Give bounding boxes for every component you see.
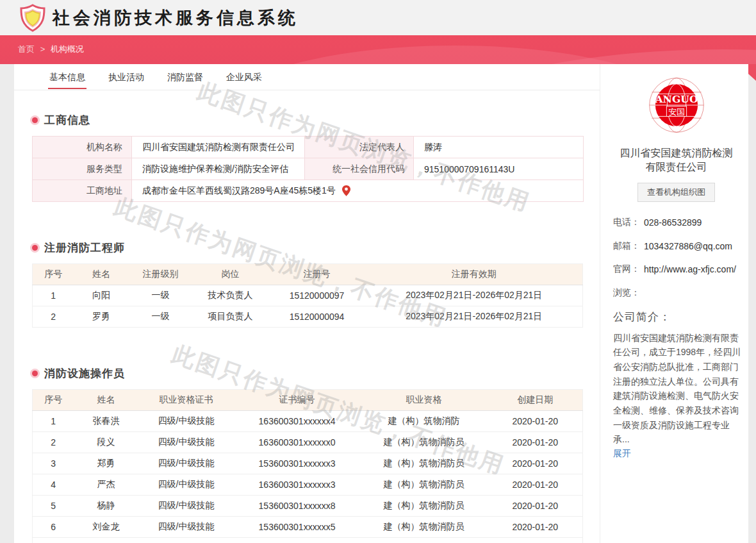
column-header: 注册号 [268,264,366,285]
section-bullet-icon [32,371,38,376]
table-cell: 建（构）筑物消防员 [360,453,488,474]
contact-label: 电话： [613,216,644,231]
table-cell: 张春洪 [74,411,138,432]
table-row: 5杨静四级/中级技能153600301xxxxxx8建（构）筑物消防员2020-… [33,496,583,517]
contact-value: http://www.ag-xfjc.com/ [644,261,739,278]
table-cell: 一级 [129,306,193,328]
contact-website: 官网： http://www.ag-xfjc.com/ [613,263,739,278]
breadcrumb-separator: > [40,44,45,54]
field-value: 成都市金牛区羊西线蜀汉路289号A座45栋5楼1号 [132,180,584,202]
tab-basic-info[interactable]: 基本信息 [48,65,86,89]
tab-practice-activity[interactable]: 执业活动 [107,65,145,89]
table-cell: 2020-01-20 [488,538,583,543]
table-row: 工商地址 成都市金牛区羊西线蜀汉路289号A座45栋5楼1号 [33,180,584,202]
shield-logo-icon [19,4,46,32]
table-cell: 3 [33,453,74,474]
contact-phone: 电话： 028-86532899 [613,216,739,231]
table-cell: 15120000094 [268,306,366,328]
table-cell: 2020-01-20 [488,496,583,517]
table-cell: 153600301xxxxxx3 [234,453,360,474]
contact-label: 官网： [613,263,644,278]
table-cell: 2 [33,432,74,453]
view-org-chart-button[interactable]: 查看机构组织图 [637,183,715,202]
table-cell: 四级/中级技能 [138,496,234,517]
table-cell: 郑勇 [74,453,138,474]
table-cell: 1 [33,285,74,306]
banner-corner-decoration [748,64,756,81]
section-engineers: 注册消防工程师 序号姓名注册级别岗位注册号注册有效期 1向阳一级技术负责人151… [14,240,600,328]
table-cell: 2 [33,306,74,328]
table-header-row: 序号姓名职业资格证书证书编号职业资格创建日期 [33,390,583,411]
tab-bar: 基本信息 执业活动 消防监督 企业风采 [14,64,600,90]
table-cell: 2020-01-20 [488,411,583,432]
table-cell: 四级/中级技能 [138,453,234,474]
field-value: 四川省安国建筑消防检测有限责任公司 [132,137,305,158]
svg-text:ANGUO: ANGUO [654,93,698,105]
map-pin-icon[interactable] [342,185,350,196]
table-row: 2段义四级/中级技能163600301xxxxxx0建（构）筑物消防员2020-… [33,432,583,453]
table-row: 6刘金龙四级/中级技能153600301xxxxxx5建（构）筑物消防员2020… [33,517,583,538]
company-sidebar: ANGUO 安国 四川省安国建筑消防检测有限责任公司 查看机构组织图 电话： 0… [600,64,748,543]
tab-enterprise-showcase[interactable]: 企业风采 [225,65,263,89]
table-cell: 一级 [129,285,193,306]
table-cell: 153600301xxxxxx6 [234,538,360,543]
app-title: 社会消防技术服务信息系统 [53,6,299,29]
app-header: 社会消防技术服务信息系统 [0,0,756,35]
breadcrumb-current: 机构概况 [51,44,84,54]
column-header: 序号 [33,264,74,285]
anguo-logo-icon: ANGUO 安国 [647,76,706,135]
table-cell: 向阳 [74,285,129,306]
contact-label: 邮箱： [613,240,644,255]
field-value: 滕涛 [414,137,584,158]
table-cell: 四级/中级技能 [138,517,234,538]
column-header: 序号 [33,390,74,411]
engineers-table: 序号姓名注册级别岗位注册号注册有效期 1向阳一级技术负责人15120000097… [32,263,583,328]
banner: 首页 > 机构概况 [0,35,756,64]
section-business-info: 工商信息 机构名称 四川省安国建筑消防检测有限责任公司 法定代表人 滕涛 服务类… [14,113,600,202]
section-title: 工商信息 [44,113,90,128]
table-cell: 163600301xxxxxx0 [234,432,360,453]
table-row: 1张春洪四级/中级技能163600301xxxxxx4建（构）筑物消防2020-… [33,411,583,432]
table-cell: 2020-01-20 [488,453,583,474]
column-header: 注册有效期 [366,264,583,285]
table-cell: 四级/中级技能 [138,411,234,432]
company-profile-text: 四川省安国建筑消防检测有限责任公司，成立于1998年，经四川省公安消防总队批准，… [613,331,744,447]
table-row: 2罗勇一级项目负责人151200000942023年02月21日-2026年02… [33,306,583,328]
tab-fire-supervision[interactable]: 消防监督 [166,65,204,89]
table-cell: 技术负责人 [193,285,268,306]
section-header: 注册消防工程师 [32,240,600,255]
field-label: 法定代表人 [305,137,414,158]
section-operators: 消防设施操作员 序号姓名职业资格证书证书编号职业资格创建日期 1张春洪四级/中级… [14,366,600,543]
expand-link[interactable]: 展开 [613,448,631,460]
table-row: 机构名称 四川省安国建筑消防检测有限责任公司 法定代表人 滕涛 [33,137,584,158]
column-header: 职业资格 [360,390,488,411]
contact-email: 邮箱： 1034327886@qq.com [613,240,739,255]
svg-text:安国: 安国 [668,107,685,117]
section-title: 消防设施操作员 [44,366,125,381]
table-cell: 2020-01-20 [488,517,583,538]
table-cell: 罗勇 [74,306,129,328]
company-logo: ANGUO 安国 [613,76,739,137]
table-row: 3郑勇四级/中级技能153600301xxxxxx3建（构）筑物消防员2020-… [33,453,583,474]
table-cell: 段义 [74,432,138,453]
contact-list: 电话： 028-86532899 邮箱： 1034327886@qq.com 官… [613,216,739,299]
address-text: 成都市金牛区羊西线蜀汉路289号A座45栋5楼1号 [142,185,336,197]
breadcrumb-home-link[interactable]: 首页 [18,44,35,54]
table-cell: 7 [33,538,74,543]
field-label: 服务类型 [33,158,132,180]
table-cell: 5 [33,496,74,517]
business-info-table: 机构名称 四川省安国建筑消防检测有限责任公司 法定代表人 滕涛 服务类型 消防设… [32,136,584,202]
contact-views: 浏览： [613,287,739,299]
table-cell: 1 [33,411,74,432]
table-cell: 6 [33,517,74,538]
table-cell: 4 [33,474,74,496]
table-cell: 四级/中级技能 [138,474,234,496]
table-header-row: 序号姓名注册级别岗位注册号注册有效期 [33,264,583,285]
table-cell: 四级/中级技能 [138,432,234,453]
breadcrumb: 首页 > 机构概况 [18,44,84,55]
table-cell: 2020-01-20 [488,474,583,496]
page: 社会消防技术服务信息系统 首页 > 机构概况 基本信息 执业活动 消防监督 企业… [0,0,756,543]
table-row: 7邱菊四级/中级技能153600301xxxxxx6建（构）筑物消防员2020-… [33,538,583,543]
table-row: 4严杰四级/中级技能163600301xxxxxx3建（构）筑物消防员2020-… [33,474,583,496]
table-cell: 163600301xxxxxx3 [234,474,360,496]
